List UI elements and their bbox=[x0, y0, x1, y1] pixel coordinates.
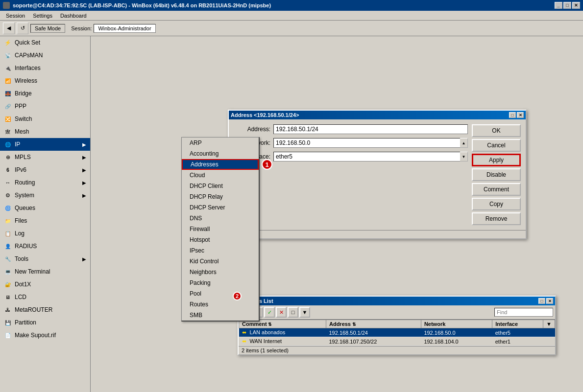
address-list-close[interactable]: ✕ bbox=[546, 298, 553, 304]
col-address[interactable]: Address bbox=[326, 320, 421, 328]
badge-2: 2 bbox=[233, 292, 242, 300]
badge-1: 1 bbox=[262, 159, 272, 170]
table-row[interactable]: ⬌ WAN Internet 192.168.107.250/22 192.16… bbox=[239, 337, 555, 346]
sidebar-item-switch[interactable]: Switch bbox=[0, 113, 90, 125]
sidebar-item-dot1x[interactable]: Dot1X bbox=[0, 278, 90, 291]
sidebar-item-lcd[interactable]: LCD bbox=[0, 291, 90, 303]
interface-dropdown-btn[interactable]: ▼ bbox=[460, 152, 468, 161]
list-search-input[interactable] bbox=[494, 308, 553, 317]
network-dropdown-btn[interactable]: ▲ bbox=[460, 138, 468, 148]
dropdown-item-hotspot[interactable]: Hotspot bbox=[182, 234, 259, 245]
back-button[interactable]: ◀ bbox=[3, 23, 15, 34]
dropdown-item-firewall[interactable]: Firewall bbox=[182, 224, 259, 234]
dropdown-item-smb[interactable]: SMB bbox=[182, 310, 259, 321]
address-label: Address: bbox=[234, 126, 270, 133]
dot1x-icon bbox=[4, 280, 12, 288]
radius-icon bbox=[4, 242, 12, 250]
copy-button[interactable]: Copy bbox=[472, 198, 521, 210]
menu-settings[interactable]: Settings bbox=[29, 12, 56, 20]
address-list-maximize[interactable]: □ bbox=[538, 298, 545, 304]
interface-input[interactable] bbox=[273, 152, 460, 161]
address-input[interactable]: 192.168.50.1/24 bbox=[273, 124, 468, 134]
sidebar-item-mpls[interactable]: MPLS ▶ bbox=[0, 151, 90, 163]
sidebar-item-queues[interactable]: Queues bbox=[0, 202, 90, 214]
disable-address-button[interactable]: ✕ bbox=[276, 307, 287, 318]
dialog-buttons: OK Cancel Apply Disable Comment Copy Rem… bbox=[472, 124, 521, 225]
sidebar-item-makesupout[interactable]: Make Supout.rif bbox=[0, 329, 90, 342]
files-icon bbox=[4, 217, 12, 225]
maximize-button[interactable]: □ bbox=[563, 2, 571, 9]
address-list-table: Comment Address Network Interface ▼ ⬌ LA… bbox=[239, 320, 555, 346]
sidebar-item-partition[interactable]: Partition bbox=[0, 316, 90, 329]
sidebar-item-files[interactable]: Files bbox=[0, 214, 90, 227]
sidebar-item-ipv6[interactable]: IPv6 ▶ bbox=[0, 163, 90, 176]
dropdown-item-ipsec[interactable]: IPsec bbox=[182, 245, 259, 256]
remove-button[interactable]: Remove bbox=[472, 212, 521, 225]
cancel-button[interactable]: Cancel bbox=[472, 139, 521, 152]
address-list-controls: □ ✕ bbox=[538, 298, 553, 304]
dropdown-item-dhcpclient[interactable]: DHCP Client bbox=[182, 181, 259, 191]
sidebar-item-log[interactable]: Log bbox=[0, 227, 90, 240]
dropdown-item-arp[interactable]: ARP bbox=[182, 138, 259, 148]
dropdown-item-packing[interactable]: Packing bbox=[182, 277, 259, 288]
newterminal-icon bbox=[4, 268, 12, 276]
app-icon bbox=[3, 2, 10, 9]
sidebar-item-interfaces[interactable]: Interfaces bbox=[0, 62, 90, 74]
comment-button[interactable]: Comment bbox=[472, 183, 521, 196]
sidebar-item-capsman[interactable]: CAPsMAN bbox=[0, 49, 90, 62]
dropdown-item-addresses[interactable]: Addresses 1 bbox=[182, 159, 259, 170]
dropdown-item-neighbors[interactable]: Neighbors bbox=[182, 267, 259, 277]
sidebar-item-metarouter[interactable]: MetaROUTER bbox=[0, 303, 90, 316]
dropdown-item-accounting[interactable]: Accounting bbox=[182, 148, 259, 159]
network-input-row: ▲ bbox=[273, 138, 468, 148]
sidebar-item-wireless[interactable]: Wireless bbox=[0, 74, 90, 87]
row2-interface: ether1 bbox=[492, 337, 543, 346]
sidebar-item-quickset[interactable]: Quick Set bbox=[0, 36, 90, 49]
filter-button[interactable]: ▼ bbox=[299, 307, 310, 318]
address-dialog-maximize[interactable]: □ bbox=[509, 112, 516, 118]
address-dialog-controls: □ ✕ bbox=[509, 112, 524, 118]
ip-icon bbox=[4, 140, 12, 148]
sidebar-item-newterminal[interactable]: New Terminal bbox=[0, 265, 90, 278]
close-button[interactable]: ✕ bbox=[572, 2, 580, 9]
menu-dashboard[interactable]: Dashboard bbox=[56, 12, 91, 20]
sidebar-item-system[interactable]: System ▶ bbox=[0, 189, 90, 202]
dropdown-item-dns[interactable]: DNS bbox=[182, 213, 259, 224]
sidebar-item-routing[interactable]: Routing ▶ bbox=[0, 176, 90, 189]
sidebar-item-tools[interactable]: Tools ▶ bbox=[0, 253, 90, 265]
apply-button[interactable]: Apply bbox=[472, 154, 521, 166]
sidebar: Quick Set CAPsMAN Interfaces Wireless Br… bbox=[0, 36, 91, 392]
ppp-icon bbox=[4, 102, 12, 110]
col-network[interactable]: Network bbox=[421, 320, 492, 328]
copy-address-button[interactable]: □ bbox=[288, 307, 298, 318]
ok-button[interactable]: OK bbox=[472, 124, 521, 137]
col-interface[interactable]: Interface bbox=[492, 320, 543, 328]
minimize-button[interactable]: _ bbox=[555, 2, 562, 9]
tools-arrow-icon: ▶ bbox=[82, 256, 86, 262]
list-toolbar: + − ✓ ✕ □ ▼ bbox=[239, 305, 555, 320]
dropdown-item-dhcprelay[interactable]: DHCP Relay bbox=[182, 191, 259, 202]
dropdown-item-dhcpserver[interactable]: DHCP Server bbox=[182, 202, 259, 213]
sidebar-item-mesh[interactable]: Mesh bbox=[0, 125, 90, 138]
menu-session[interactable]: Session bbox=[2, 12, 29, 20]
menu-bar: Session Settings Dashboard bbox=[0, 11, 583, 21]
address-dialog-close[interactable]: ✕ bbox=[517, 112, 524, 118]
mpls-icon bbox=[4, 153, 12, 161]
table-row[interactable]: ⬌ LAN abonados 192.168.50.1/24 192.168.5… bbox=[239, 328, 555, 337]
disable-button[interactable]: Disable bbox=[472, 168, 521, 181]
network-input[interactable] bbox=[273, 138, 460, 148]
enable-address-button[interactable]: ✓ bbox=[264, 307, 275, 318]
sidebar-item-ip[interactable]: IP ▶ bbox=[0, 138, 90, 151]
refresh-button[interactable]: ↺ bbox=[17, 23, 28, 34]
title-bar: soporte@C4:AD:34:7E:92:5C (LAB-ISP-ABC) … bbox=[0, 0, 583, 11]
sidebar-item-radius[interactable]: RADIUS bbox=[0, 240, 90, 253]
sidebar-item-ppp[interactable]: PPP bbox=[0, 100, 90, 113]
dropdown-item-kidcontrol[interactable]: Kid Control bbox=[182, 256, 259, 267]
sidebar-item-bridge[interactable]: Bridge bbox=[0, 87, 90, 100]
content-area: ARP Accounting Addresses 1 Cloud DHCP Cl… bbox=[91, 36, 583, 392]
dropdown-item-cloud[interactable]: Cloud bbox=[182, 170, 259, 181]
dropdown-item-pool[interactable]: Pool bbox=[182, 288, 259, 299]
dialog-spacer bbox=[234, 165, 468, 205]
dropdown-item-routes[interactable]: Routes bbox=[182, 299, 259, 310]
interface-input-row: ▼ bbox=[273, 152, 468, 161]
